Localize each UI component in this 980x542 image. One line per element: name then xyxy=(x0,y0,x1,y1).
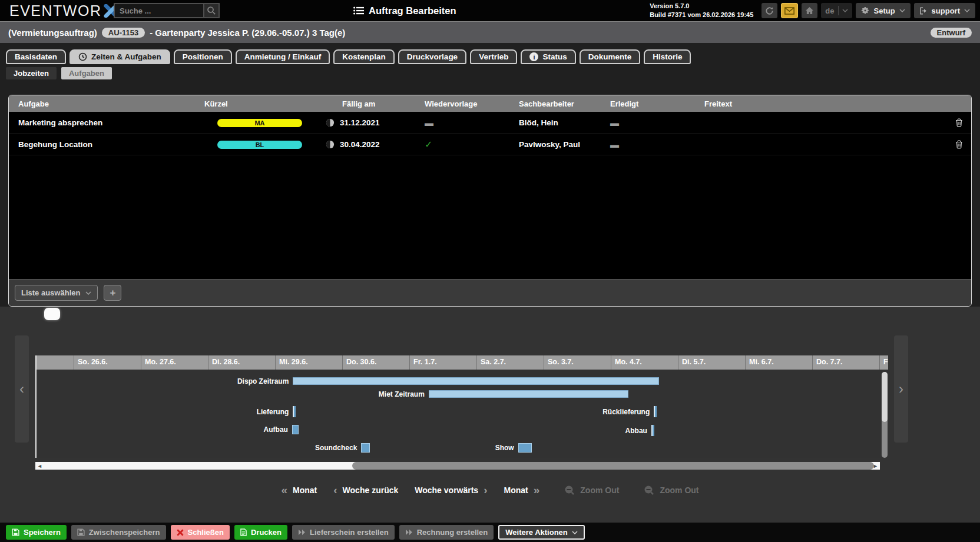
search-bar xyxy=(114,3,220,18)
gantt-chart: So. 26.6.Mo. 27.6.Di. 28.6.Mi. 29.6.Do. … xyxy=(35,355,888,470)
zoom-out-button-2[interactable]: Zoom Out xyxy=(644,485,698,496)
wiedervorlage-cell[interactable]: ▬ xyxy=(425,118,519,128)
tab-basisdaten[interactable]: Basisdaten xyxy=(6,49,66,64)
trash-icon[interactable] xyxy=(955,140,963,149)
erledigt-cell[interactable]: ▬ xyxy=(610,139,704,149)
gantt-marker-rücklieferung[interactable] xyxy=(654,406,657,417)
tab-label: Positionen xyxy=(183,52,223,61)
task-row[interactable]: Begehung LocationBL30.04.2022✓Pavlwosky,… xyxy=(9,134,971,155)
search-button[interactable] xyxy=(203,3,220,18)
tab-label: Anmietung / Einkauf xyxy=(244,52,322,61)
month-forward-label: Monat xyxy=(504,486,528,495)
month-forward-button[interactable]: Monat » xyxy=(504,484,539,497)
chevron-down-icon xyxy=(964,9,970,12)
kuerzel-badge[interactable]: BL xyxy=(217,141,302,149)
gantt-marker-abbau[interactable] xyxy=(651,425,654,436)
table-body: Marketing absprechenMA31.12.2021▬Blöd, H… xyxy=(9,112,971,155)
date-column-header: Di. 5.7. xyxy=(678,355,746,370)
home-button[interactable] xyxy=(802,3,817,18)
tab-status[interactable]: iStatus xyxy=(521,49,575,64)
timeline-navigation: « Monat ‹ Woche zurück Woche vorwärts › … xyxy=(0,484,980,497)
search-input[interactable] xyxy=(114,3,203,18)
refresh-button[interactable] xyxy=(762,3,777,18)
zwischenspeichern-button[interactable]: Zwischenspeichern xyxy=(71,525,166,540)
task-name-cell: Marketing absprechen xyxy=(18,118,204,127)
collapse-handle[interactable] xyxy=(44,308,60,320)
column-header-freitext: Freitext xyxy=(704,99,945,108)
support-menu-button[interactable]: support xyxy=(914,3,975,18)
zoom-out-button-1[interactable]: Zoom Out xyxy=(564,485,619,496)
gantt-marker-miet-zeitraum[interactable] xyxy=(429,390,628,398)
date-column-header: Mi. 29.6. xyxy=(276,355,343,370)
gantt-label-show: Show xyxy=(37,443,518,453)
button-label: Lieferschein erstellen xyxy=(310,528,389,537)
deadline-icon[interactable] xyxy=(326,118,335,127)
sachbearbeiter-cell: Pavlwosky, Paul xyxy=(519,140,610,149)
language-dropdown[interactable]: de xyxy=(821,3,852,18)
main-tabs: BasisdatenZeiten & AufgabenPositionenAnm… xyxy=(6,49,980,64)
eventworx-logo[interactable]: EVENTWOR xyxy=(9,0,118,21)
double-chevron-icon xyxy=(405,529,413,536)
messages-button[interactable] xyxy=(781,3,798,18)
setup-label: Setup xyxy=(873,6,895,15)
gear-icon xyxy=(861,6,869,15)
horizontal-scrollbar[interactable]: ◄ ► xyxy=(35,462,880,470)
list-select-dropdown[interactable]: Liste auswählen xyxy=(15,285,98,301)
vertical-scrollbar[interactable] xyxy=(882,372,888,458)
scroll-right-arrow-icon[interactable]: ► xyxy=(873,462,878,470)
task-row[interactable]: Marketing absprechenMA31.12.2021▬Blöd, H… xyxy=(9,112,971,134)
tab-druckvorlage[interactable]: Druckvorlage xyxy=(398,49,466,64)
tab-anmietung-einkauf[interactable]: Anmietung / Einkauf xyxy=(236,49,330,64)
task-name-cell: Begehung Location xyxy=(18,140,204,149)
add-task-button[interactable]: + xyxy=(104,285,121,301)
week-back-button[interactable]: ‹ Woche zurück xyxy=(333,484,398,497)
status-badge: Entwurf xyxy=(931,28,972,38)
date-column-header: Di. 28.6. xyxy=(208,355,276,370)
schlie-en-button[interactable]: Schließen xyxy=(171,525,230,540)
month-back-button[interactable]: « Monat xyxy=(281,484,317,497)
gantt-marker-show[interactable] xyxy=(518,443,532,453)
speichern-button[interactable]: Speichern xyxy=(6,525,67,540)
wiedervorlage-cell[interactable]: ✓ xyxy=(425,139,519,150)
order-id-badge: AU-1153 xyxy=(102,28,145,38)
month-back-label: Monat xyxy=(293,486,317,495)
drucken-button[interactable]: Drucken xyxy=(234,525,287,540)
deadline-icon[interactable] xyxy=(326,140,335,149)
timeline-scroll-left-button[interactable]: ‹ xyxy=(15,335,29,443)
column-header-kürzel: Kürzel xyxy=(204,99,326,108)
subtab-aufgaben[interactable]: Aufgaben xyxy=(61,67,112,79)
tab-positionen[interactable]: Positionen xyxy=(174,49,232,64)
timeline-scroll-right-button[interactable]: › xyxy=(894,335,908,443)
info-icon: i xyxy=(529,52,538,61)
trash-icon[interactable] xyxy=(955,118,963,127)
due-date-cell: 31.12.2021 xyxy=(326,118,425,127)
lieferschein-erstellen-button[interactable]: Lieferschein erstellen xyxy=(292,525,395,540)
weitere-aktionen-button[interactable]: Weitere Aktionen xyxy=(498,525,584,540)
gantt-label-miet-zeitraum: Miet Zeitraum xyxy=(37,390,429,398)
column-header-aufgabe: Aufgabe xyxy=(18,99,204,108)
tab-vertrieb[interactable]: Vertrieb xyxy=(470,49,517,64)
tab-label: Historie xyxy=(653,52,682,61)
vertical-scrollbar-thumb[interactable] xyxy=(882,372,888,422)
tab-kostenplan[interactable]: Kostenplan xyxy=(333,49,395,64)
tab-historie[interactable]: Historie xyxy=(644,49,691,64)
tab-zeiten-aufgaben[interactable]: Zeiten & Aufgaben xyxy=(69,49,170,64)
support-label: support xyxy=(932,6,960,15)
scrollbar-thumb[interactable] xyxy=(352,462,874,470)
tab-label: Druckvorlage xyxy=(407,52,458,61)
subtab-jobzeiten[interactable]: Jobzeiten xyxy=(6,67,57,79)
tab-dokumente[interactable]: Dokumente xyxy=(580,49,641,64)
kuerzel-badge[interactable]: MA xyxy=(217,119,302,127)
close-icon xyxy=(177,529,184,536)
tab-label: Basisdaten xyxy=(15,52,57,61)
dash-icon: ▬ xyxy=(610,139,618,149)
rechnung-erstellen-button[interactable]: Rechnung erstellen xyxy=(399,525,494,540)
eventworx-app: { "app": { "logo_text": "EVENTWOR", "sea… xyxy=(0,0,980,542)
build-line: Build #7371 vom 26.02.2026 19:45 xyxy=(650,11,753,19)
setup-button[interactable]: Setup xyxy=(856,3,910,18)
gantt-marker-dispo-zeitraum[interactable] xyxy=(293,377,658,385)
week-forward-button[interactable]: Woche vorwärts › xyxy=(415,484,487,497)
scroll-left-arrow-icon[interactable]: ◄ xyxy=(37,462,42,470)
row-actions-cell xyxy=(945,118,971,127)
erledigt-cell[interactable]: ▬ xyxy=(610,118,704,128)
